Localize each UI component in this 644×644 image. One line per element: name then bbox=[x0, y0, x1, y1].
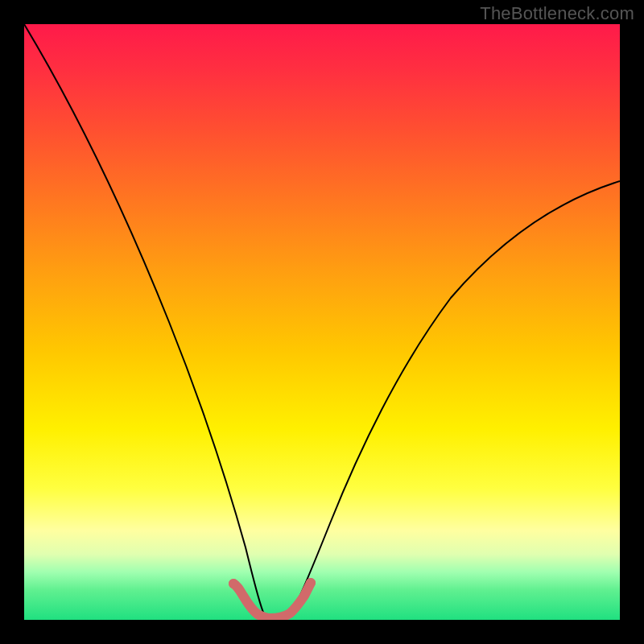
chart-frame: TheBottleneck.com bbox=[0, 0, 644, 644]
optimal-dot-left bbox=[229, 579, 238, 588]
watermark-text: TheBottleneck.com bbox=[480, 3, 634, 24]
bottleneck-curve bbox=[24, 24, 620, 617]
curve-svg bbox=[24, 24, 620, 620]
optimal-region-highlight bbox=[233, 583, 311, 618]
plot-area bbox=[24, 24, 620, 620]
optimal-dot-right bbox=[306, 578, 316, 588]
